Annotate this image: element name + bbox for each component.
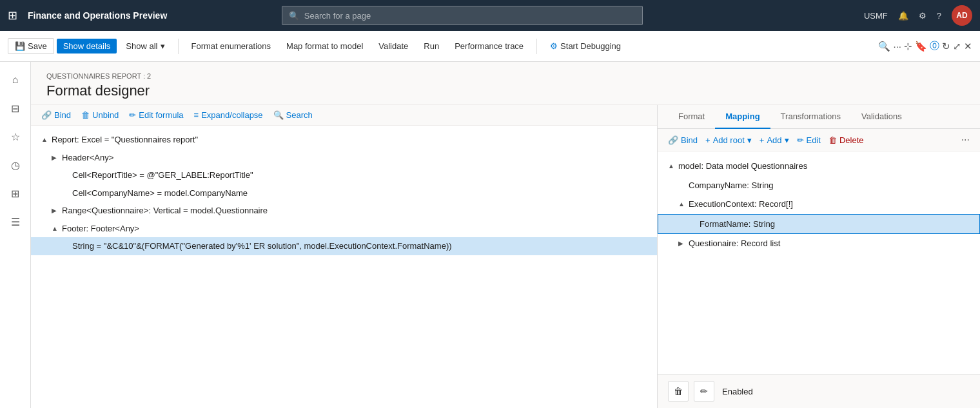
- sidebar: ⌂ ⊟ ☆ ◷ ⊞ ☰: [0, 62, 31, 408]
- tree-item[interactable]: ▶ Range<Questionnaire>: Vertical = model…: [31, 202, 657, 220]
- save-button[interactable]: 💾 Save: [8, 38, 54, 54]
- tab-transformations[interactable]: Transformations: [770, 105, 851, 129]
- tree-item-selected[interactable]: String = "&C&10"&(FORMAT("Generated by'%…: [31, 237, 657, 255]
- link-icon: 🔗: [668, 135, 678, 145]
- refresh-icon[interactable]: ↻: [942, 41, 950, 52]
- format-panel: 🔗 Bind 🗑 Unbind ✏ Edit formula ≡ Expand/…: [31, 105, 658, 408]
- save-icon: 💾: [15, 41, 25, 51]
- panel-toolbar: 🔗 Bind 🗑 Unbind ✏ Edit formula ≡ Expand/…: [31, 105, 657, 126]
- badge-icon[interactable]: ⓪: [930, 40, 939, 52]
- mapping-item[interactable]: CompanyName: String: [658, 176, 980, 195]
- edit-bottom-button[interactable]: ✏: [694, 381, 714, 402]
- chevron-down-icon: ▾: [747, 135, 752, 145]
- mapping-item-selected[interactable]: FormatName: String: [658, 214, 980, 235]
- trash-icon: 🗑: [828, 135, 837, 145]
- search-toolbar-icon[interactable]: 🔍: [878, 41, 890, 52]
- sidebar-workspace-icon[interactable]: ⊞: [3, 180, 28, 206]
- bookmark-icon[interactable]: 🔖: [915, 41, 927, 52]
- expand-icon: ▶: [52, 153, 59, 162]
- help-icon[interactable]: ?: [937, 11, 941, 21]
- expand-icon: ▶: [678, 238, 686, 248]
- map-format-to-model-button[interactable]: Map format to model: [280, 39, 369, 53]
- plus-icon: +: [760, 135, 765, 145]
- close-icon[interactable]: ✕: [964, 41, 972, 52]
- split-icon[interactable]: ⊹: [904, 41, 912, 52]
- expand-icon: ▲: [52, 224, 59, 233]
- delete-button[interactable]: 🗑 Delete: [828, 135, 864, 145]
- tree-item[interactable]: Cell<CompanyName> = model.CompanyName: [31, 184, 657, 202]
- performance-trace-button[interactable]: Performance trace: [448, 39, 530, 53]
- tab-mapping[interactable]: Mapping: [715, 105, 770, 129]
- edit-formula-button[interactable]: ✏ Edit formula: [129, 110, 183, 120]
- chevron-down-icon: ▾: [785, 135, 789, 145]
- mapping-tree: ▲ model: Data model Questionnaires Compa…: [658, 151, 980, 374]
- sidebar-list-icon[interactable]: ☰: [3, 209, 28, 235]
- unbind-button[interactable]: 🗑 Unbind: [81, 110, 119, 120]
- expand-icon: ▲: [678, 199, 686, 209]
- toolbar-separator-1: [178, 39, 179, 54]
- run-button[interactable]: Run: [417, 39, 446, 53]
- tree-item[interactable]: ▲ Footer: Footer<Any>: [31, 220, 657, 238]
- unlink-icon: 🗑: [81, 110, 90, 120]
- tree-item[interactable]: Cell<ReportTitle> = @"GER_LABEL:ReportTi…: [31, 166, 657, 184]
- main-layout: ⌂ ⊟ ☆ ◷ ⊞ ☰ QUESTIONNAIRES REPORT : 2 Fo…: [0, 62, 980, 408]
- mapping-panel: Format Mapping Transformations Validatio…: [658, 105, 980, 408]
- notification-icon[interactable]: 🔔: [898, 11, 908, 21]
- mapping-toolbar: 🔗 Bind + Add root ▾ + Add ▾ ✏: [658, 129, 980, 151]
- mapping-item[interactable]: ▶ Questionaire: Record list: [658, 234, 980, 253]
- tree-item[interactable]: ▶ Header<Any>: [31, 149, 657, 167]
- pencil-icon: ✏: [797, 135, 804, 145]
- chevron-down-icon: ▾: [161, 41, 165, 51]
- breadcrumb: QUESTIONNAIRES REPORT : 2: [46, 72, 965, 80]
- link-icon: 🔗: [41, 110, 52, 120]
- designer-area: 🔗 Bind 🗑 Unbind ✏ Edit formula ≡ Expand/…: [31, 105, 980, 408]
- tab-format[interactable]: Format: [668, 105, 715, 129]
- start-debugging-button[interactable]: ⚙ Start Debugging: [544, 39, 627, 53]
- page-header: QUESTIONNAIRES REPORT : 2 Format designe…: [31, 62, 980, 105]
- sidebar-filter-icon[interactable]: ⊟: [3, 95, 28, 121]
- more-options-icon[interactable]: ···: [893, 41, 901, 52]
- format-tree: ▲ Report: Excel = "Questionnaires report…: [31, 126, 657, 408]
- user-label: USMF: [864, 11, 888, 21]
- bind-button[interactable]: 🔗 Bind: [41, 110, 71, 120]
- plus-icon: +: [705, 135, 710, 145]
- mapping-bottom-bar: 🗑 ✏ Enabled: [658, 374, 980, 408]
- settings-icon[interactable]: ⚙: [919, 11, 926, 21]
- format-enumerations-button[interactable]: Format enumerations: [185, 39, 278, 53]
- tab-validations[interactable]: Validations: [851, 105, 912, 129]
- app-title: Finance and Operations Preview: [28, 10, 167, 21]
- show-details-button[interactable]: Show details: [57, 39, 117, 53]
- tree-item[interactable]: ▲ Report: Excel = "Questionnaires report…: [31, 131, 657, 149]
- add-root-button[interactable]: + Add root ▾: [705, 135, 752, 145]
- sidebar-recent-icon[interactable]: ◷: [3, 152, 28, 178]
- main-toolbar: 💾 Save Show details Show all ▾ Format en…: [0, 31, 980, 62]
- expand-collapse-button[interactable]: ≡ Expand/collapse: [194, 110, 263, 120]
- more-options-icon[interactable]: ···: [961, 134, 970, 146]
- mapping-item[interactable]: ▲ model: Data model Questionnaires: [658, 157, 980, 176]
- search-icon: 🔍: [289, 11, 299, 21]
- expand-icon[interactable]: ⤢: [953, 41, 961, 52]
- expand-icon: ▶: [52, 206, 59, 215]
- edit-button[interactable]: ✏ Edit: [797, 135, 821, 145]
- search-icon: 🔍: [273, 110, 284, 120]
- search-button[interactable]: 🔍 Search: [273, 110, 313, 120]
- apps-icon[interactable]: ⊞: [8, 8, 17, 23]
- validate-button[interactable]: Validate: [372, 39, 415, 53]
- mapping-bind-button[interactable]: 🔗 Bind: [668, 135, 698, 145]
- expand-icon: ▲: [41, 135, 49, 144]
- toolbar-right: 🔍 ··· ⊹ 🔖 ⓪ ↻ ⤢ ✕: [878, 40, 972, 52]
- expand-icon: ≡: [194, 110, 199, 120]
- sidebar-home-icon[interactable]: ⌂: [3, 67, 28, 93]
- mapping-tabs: Format Mapping Transformations Validatio…: [658, 105, 980, 129]
- avatar[interactable]: AD: [952, 5, 972, 26]
- status-label: Enabled: [722, 387, 753, 396]
- global-search[interactable]: 🔍 Search for a page: [282, 6, 643, 25]
- show-all-button[interactable]: Show all ▾: [119, 39, 171, 53]
- delete-bottom-button[interactable]: 🗑: [668, 381, 689, 402]
- top-navigation: ⊞ Finance and Operations Preview 🔍 Searc…: [0, 0, 980, 31]
- top-nav-right: USMF 🔔 ⚙ ? AD: [864, 5, 972, 26]
- page-title: Format designer: [46, 83, 965, 99]
- add-button[interactable]: + Add ▾: [760, 135, 789, 145]
- sidebar-favorites-icon[interactable]: ☆: [3, 124, 28, 150]
- mapping-item[interactable]: ▲ ExecutionContext: Record[!]: [658, 195, 980, 214]
